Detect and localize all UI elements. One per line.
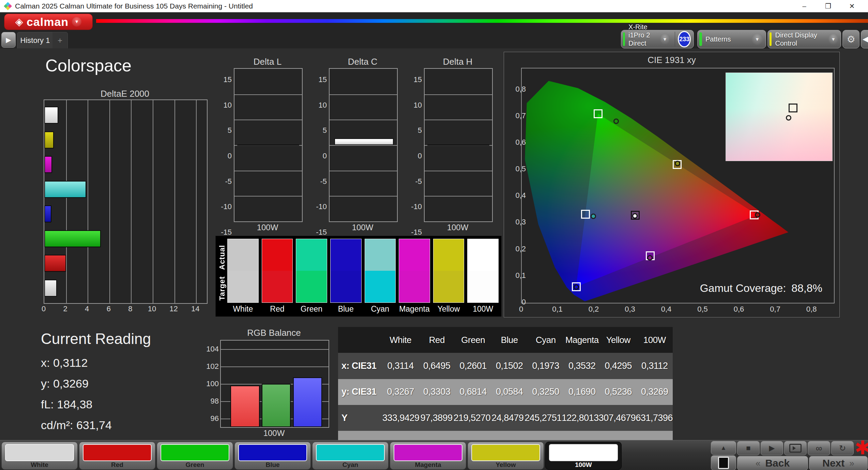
pattern-swatch — [161, 444, 229, 461]
delta-l-x-label: 100W — [234, 223, 301, 232]
cie-chart-title: CIE 1931 xy — [504, 55, 839, 65]
pattern-button-magenta[interactable]: Magenta — [390, 442, 466, 470]
cie-marker-green-target — [594, 109, 603, 118]
calman-menu-button[interactable]: ◈ calman ▼ — [4, 14, 93, 30]
pattern-size-button[interactable] — [784, 441, 807, 455]
collapse-panel-button[interactable]: ◀ — [861, 30, 868, 48]
pattern-button-blue[interactable]: Blue — [234, 442, 311, 470]
gridline — [330, 120, 397, 120]
chevron-down-icon[interactable]: ▼ — [828, 33, 838, 45]
pattern-button-cyan[interactable]: Cyan — [312, 442, 389, 470]
cell: 0,3114 — [382, 361, 419, 371]
swatch-label: Magenta — [399, 303, 430, 314]
x-tick: 0,4 — [661, 305, 672, 314]
table-header: WhiteRedGreenBlueCyanMagentaYellow100W — [338, 327, 673, 353]
swatch — [467, 239, 499, 303]
refresh-button[interactable]: ↻ — [831, 441, 854, 455]
reading-cdm: cd/m²: 631,74 — [41, 419, 151, 432]
continuous-measure-button[interactable]: ∞ — [808, 441, 830, 455]
row-label: Y — [338, 413, 382, 423]
swatch-column-blue: Blue — [330, 239, 362, 314]
stop-button[interactable]: ■ — [737, 441, 760, 455]
current-reading-title: Current Reading — [41, 330, 151, 347]
cell: 122,8013 — [562, 413, 599, 423]
swatch-label: 100W — [467, 303, 499, 314]
pattern-button-white[interactable]: White — [1, 442, 78, 470]
gridline — [234, 120, 302, 120]
deltae-bar-cyan — [44, 181, 86, 198]
cell: 631,7396 — [636, 413, 673, 423]
chevron-down-icon[interactable]: ▼ — [751, 33, 763, 45]
cell: 24,8479 — [490, 413, 524, 423]
swatch-column-yellow: Yellow — [433, 239, 465, 314]
swatch — [262, 239, 293, 303]
cell: 0,3112 — [637, 361, 673, 371]
swatch — [365, 239, 396, 303]
pattern-button-100w[interactable]: 100W — [545, 442, 622, 470]
restore-button[interactable]: ❐ — [818, 0, 838, 12]
target-swatch — [228, 271, 258, 302]
gamut-coverage: Gamut Coverage:88,8% — [700, 282, 822, 295]
gridline — [330, 94, 397, 95]
y-tick: 0 — [511, 298, 526, 307]
swatch-columns: WhiteRedGreenBlueCyanMagentaYellow100W — [227, 239, 499, 314]
target-swatch — [331, 271, 361, 302]
actual-row-label: Actual — [218, 245, 227, 270]
meter-dropdown[interactable]: X-Rite i1Pro 2 Direct View ▼ 233 — [621, 30, 694, 48]
pattern-swatch — [5, 444, 74, 461]
play-button[interactable]: ▶ — [761, 441, 783, 455]
cie-marker-cyan-measured — [591, 214, 596, 219]
swatch — [433, 239, 465, 303]
y-tick: -10 — [310, 202, 327, 211]
pattern-swatch — [83, 444, 152, 461]
delta-c-plot — [329, 68, 398, 222]
window-title-bar: Calman 2025 Calman Ultimate for Business… — [0, 0, 868, 12]
chevron-down-icon[interactable]: ▼ — [72, 17, 81, 27]
minimize-button[interactable]: – — [794, 0, 814, 12]
y-tick: 0,4 — [511, 191, 526, 200]
swatch-column-magenta: Magenta — [399, 239, 430, 314]
expand-up-button[interactable]: ▲ — [711, 441, 736, 455]
gear-icon[interactable]: ⚙ — [842, 30, 859, 48]
patterns-dropdown[interactable]: Patterns ▼ — [697, 30, 766, 48]
close-button[interactable]: ✕ — [842, 0, 862, 12]
monitor-icon — [718, 457, 729, 469]
cell: 0,3303 — [419, 387, 455, 397]
x-tick: 0,6 — [734, 305, 744, 314]
rgb-bars — [221, 341, 329, 427]
cell: 0,1690 — [564, 387, 600, 397]
delta-h-title: Delta H — [424, 57, 491, 67]
cell: 0,4295 — [600, 361, 637, 371]
table-row: Y333,942997,3899219,527024,8479245,27511… — [338, 405, 673, 431]
pattern-button-green[interactable]: Green — [157, 442, 233, 470]
x-tick: 0 — [42, 304, 46, 313]
y-tick: 0,3 — [511, 218, 526, 226]
swatch-column-red: Red — [262, 239, 293, 314]
cell: 0,3267 — [382, 387, 419, 397]
pattern-label: White — [2, 461, 77, 469]
pattern-button-red[interactable]: Red — [79, 442, 155, 470]
col-header-100w: 100W — [637, 335, 673, 345]
actual-swatch — [331, 239, 361, 271]
calman-logo-icon: ◈ — [15, 17, 23, 27]
pattern-window-button[interactable] — [711, 455, 736, 470]
tab-history-1[interactable]: History 1 — [17, 32, 53, 49]
next-button[interactable]: Next » — [809, 456, 868, 470]
chevron-down-icon[interactable]: ▼ — [660, 33, 669, 45]
history-nav-button[interactable]: ▶ — [1, 32, 16, 48]
y-tick: 15 — [215, 75, 232, 84]
swatch-compare-panel: Actual Target WhiteRedGreenBlueCyanMagen… — [215, 236, 502, 317]
pattern-button-yellow[interactable]: Yellow — [468, 442, 544, 470]
display-control-dropdown[interactable]: Direct Display Control ▼ — [767, 30, 841, 48]
x-tick: 4 — [85, 304, 89, 313]
x-tick: 0,8 — [806, 305, 817, 314]
delta-h-x-label: 100W — [424, 223, 491, 232]
y-tick: -5 — [406, 177, 422, 186]
gridline — [234, 196, 302, 197]
back-button[interactable]: « Back — [737, 456, 808, 470]
delta-h-chart: Delta H151050-5-10-15100W — [424, 68, 491, 221]
add-tab-button[interactable]: + — [52, 32, 68, 49]
pattern-size-icon — [789, 444, 802, 453]
y-tick: 0,6 — [511, 138, 526, 147]
y-tick: 10 — [406, 101, 422, 110]
